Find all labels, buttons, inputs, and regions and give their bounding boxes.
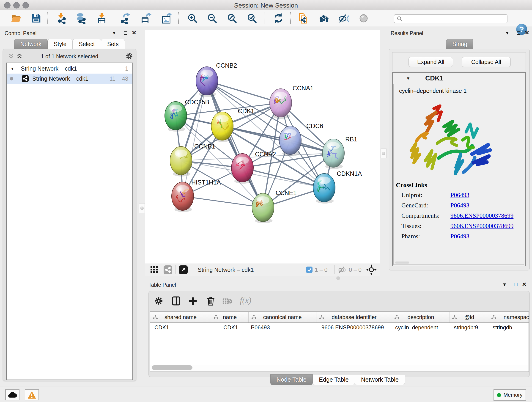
apply-layout-button[interactable] bbox=[272, 12, 285, 25]
zoom-out-button[interactable] bbox=[206, 12, 219, 25]
tab-node-table[interactable]: Node Table bbox=[270, 374, 313, 385]
birds-eye-view-icon[interactable] bbox=[179, 265, 188, 274]
zoom-fit-button[interactable] bbox=[226, 12, 239, 25]
column-header-namespace[interactable]: namespace bbox=[489, 312, 529, 322]
crosslink-genecard-link[interactable]: P06493 bbox=[450, 202, 469, 209]
tab-select[interactable]: Select bbox=[73, 39, 101, 49]
network-node-ccne1[interactable]: CCNE1 bbox=[252, 190, 297, 223]
cloud-services-button[interactable] bbox=[5, 389, 19, 400]
tab-style[interactable]: Style bbox=[48, 39, 73, 49]
crosslink-compartments-link[interactable]: 9606.ENSP00000378699 bbox=[450, 212, 513, 219]
scrollbar-thumb[interactable] bbox=[152, 365, 192, 370]
open-session-button[interactable] bbox=[10, 12, 22, 25]
search-field[interactable] bbox=[394, 14, 507, 23]
memory-button[interactable]: Memory bbox=[494, 389, 526, 401]
column-header-database-identifier[interactable]: database identifier bbox=[317, 312, 392, 322]
import-network-database-button[interactable] bbox=[75, 12, 88, 25]
string-results-controls: Expand All Collapse All bbox=[392, 52, 526, 71]
import-table-file-button[interactable] bbox=[95, 12, 108, 25]
network-node-cdkn1a[interactable]: CDKN1A bbox=[313, 170, 362, 204]
left-splitter-handle[interactable] bbox=[139, 203, 145, 213]
control-panel-header: Control Panel ▾ □ ✕ bbox=[3, 30, 136, 38]
tab-string[interactable]: String bbox=[446, 39, 473, 49]
network-view-share-icon[interactable] bbox=[164, 265, 172, 274]
delete-column-trash-icon[interactable] bbox=[206, 296, 215, 306]
column-header-shared-name[interactable]: shared name bbox=[150, 312, 211, 322]
export-network-button[interactable] bbox=[119, 12, 132, 25]
export-image-button[interactable] bbox=[160, 12, 173, 25]
table-cell[interactable]: 9606.ENSP00000378699 bbox=[322, 324, 384, 331]
show-all-networks-button[interactable] bbox=[317, 12, 330, 25]
toolbar-separator bbox=[290, 12, 291, 24]
gene-card-title[interactable]: CDK1 bbox=[425, 75, 443, 82]
tab-network[interactable]: Network bbox=[14, 39, 48, 49]
table-panel-header: Table Panel ▾ □ ✕ bbox=[148, 282, 529, 290]
control-panel-float-button[interactable]: □ bbox=[124, 30, 127, 36]
network-options-gear-icon[interactable] bbox=[125, 52, 133, 60]
hide-toolbar-labels-button[interactable] bbox=[337, 12, 350, 25]
gene-card-caret-icon[interactable]: ▾ bbox=[407, 75, 409, 81]
crosslink-uniprot-link[interactable]: P06493 bbox=[450, 191, 469, 199]
show-columns-icon[interactable] bbox=[171, 296, 181, 306]
save-session-button[interactable] bbox=[30, 12, 43, 25]
table-cell[interactable]: stringdb bbox=[493, 324, 512, 331]
network-node-cdc6[interactable]: CDC6 bbox=[279, 123, 323, 156]
inactive-sphere-button[interactable] bbox=[357, 12, 370, 25]
network-node-hist1h1a[interactable]: HIST1H1A bbox=[172, 179, 221, 212]
grid-view-icon[interactable] bbox=[150, 266, 158, 274]
table-cell[interactable]: CDK1 bbox=[154, 324, 169, 331]
table-cell[interactable]: cyclin–dependent ... bbox=[395, 324, 444, 331]
import-network-file-button[interactable] bbox=[56, 12, 69, 25]
table-panel-menu-caret[interactable]: ▾ bbox=[503, 281, 506, 288]
table-horizontal-scrollbar[interactable] bbox=[151, 365, 528, 370]
results-panel-menu-caret[interactable]: ▾ bbox=[506, 30, 509, 36]
tab-edge-table[interactable]: Edge Table bbox=[313, 374, 355, 385]
table-options-gear-icon[interactable] bbox=[154, 296, 163, 306]
expand-all-button[interactable]: Expand All bbox=[409, 57, 453, 67]
table-cell[interactable]: stringdb:9... bbox=[454, 324, 482, 331]
export-table-icon bbox=[140, 13, 152, 24]
warnings-button[interactable] bbox=[25, 389, 39, 400]
table-panel-close-button[interactable]: ✕ bbox=[522, 281, 526, 288]
network-graph[interactable]: CCNB2CCNA1CDC25BCDK1CDC6RB1CCNB1CCNA2CDK… bbox=[145, 30, 380, 264]
column-header-canonical-name[interactable]: canonical name bbox=[249, 312, 317, 322]
crosslink-pharos-link[interactable]: P06493 bbox=[450, 233, 469, 240]
clone-network-button[interactable] bbox=[297, 12, 310, 25]
network-node-cdk1[interactable]: CDK1 bbox=[211, 108, 254, 142]
search-input[interactable] bbox=[404, 15, 507, 22]
network-node-cdc25b[interactable]: CDC25B bbox=[165, 99, 209, 132]
results-panel-float-button[interactable]: □ bbox=[517, 30, 520, 36]
node-table[interactable]: shared name name canonical name bbox=[150, 312, 529, 372]
collection-caret-icon[interactable]: ▾ bbox=[11, 64, 13, 74]
hidden-eye-slash-icon bbox=[338, 266, 347, 274]
tab-network-table[interactable]: Network Table bbox=[355, 374, 405, 385]
table-cell[interactable]: CDK1 bbox=[223, 324, 238, 331]
export-table-button[interactable] bbox=[139, 12, 152, 25]
collapse-all-button[interactable]: Collapse All bbox=[462, 57, 511, 67]
horizontal-splitter-handle[interactable] bbox=[336, 276, 340, 280]
zoom-in-button[interactable] bbox=[186, 12, 199, 25]
network-node-ccnb2[interactable]: CCNB2 bbox=[196, 62, 237, 97]
table-panel-float-button[interactable]: □ bbox=[514, 281, 518, 288]
control-panel-close-button[interactable]: ✕ bbox=[132, 30, 136, 36]
column-header-id[interactable]: @id bbox=[450, 312, 489, 322]
tab-sets[interactable]: Sets bbox=[101, 39, 125, 49]
svg-text:HIST1H1A: HIST1H1A bbox=[191, 179, 221, 186]
results-panel-close-button[interactable]: ✕ bbox=[525, 30, 529, 36]
selected-checkbox-icon[interactable] bbox=[306, 267, 312, 273]
add-column-icon[interactable] bbox=[188, 296, 198, 306]
right-splitter-handle[interactable] bbox=[380, 148, 386, 158]
card-scrollbar-thumb[interactable] bbox=[395, 262, 409, 264]
network-row-selected[interactable]: String Network – cdk1 11 48 bbox=[7, 74, 133, 84]
column-header-description[interactable]: description bbox=[392, 312, 450, 322]
column-header-name[interactable]: name bbox=[211, 312, 249, 322]
network-collection-row[interactable]: ▾ String Network – cdk1 1 bbox=[7, 64, 133, 74]
crosslink-tissues-link[interactable]: 9606.ENSP00000378699 bbox=[450, 223, 513, 230]
network-view-canvas[interactable]: CCNB2CCNA1CDC25BCDK1CDC6RB1CCNB1CCNA2CDK… bbox=[145, 30, 380, 264]
network-node-rb1[interactable]: RB1 bbox=[322, 136, 357, 169]
toolbar-separator bbox=[178, 12, 179, 24]
zoom-selected-button[interactable] bbox=[246, 12, 259, 25]
crosshair-icon[interactable] bbox=[366, 264, 377, 275]
table-cell[interactable]: P06493 bbox=[251, 324, 270, 331]
control-panel-menu-caret[interactable]: ▾ bbox=[113, 30, 115, 36]
